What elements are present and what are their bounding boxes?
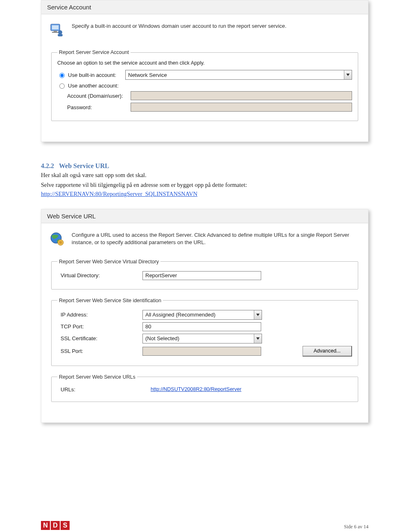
account-field-label: Account (Domain\user): (67, 93, 131, 99)
group-legend: Report Server Service Account (57, 49, 131, 55)
ssl-certificate-dropdown[interactable]: (Not Selected) (142, 334, 262, 343)
tcp-port-label: TCP Port: (61, 323, 142, 330)
logo-letter: N (41, 521, 50, 530)
svg-marker-11 (256, 337, 260, 340)
doc-paragraph-1: Her skal alt også være satt opp som det … (41, 171, 368, 180)
group-legend: Report Server Web Service Virtual Direct… (57, 259, 160, 265)
svg-rect-2 (54, 31, 57, 32)
another-account-label: Use another account: (68, 83, 125, 89)
another-account-radio[interactable] (59, 83, 65, 89)
urls-label: URLs: (61, 386, 151, 393)
ssl-port-label: SSL Port: (61, 348, 142, 354)
panel-title: Web Service URL (41, 209, 368, 223)
panel-intro-text: Specify a built-in account or Windows do… (72, 22, 287, 30)
panel-intro-text: Configure a URL used to access the Repor… (72, 231, 360, 246)
svg-rect-1 (52, 25, 59, 29)
ip-address-value: All Assigned (Recommended) (143, 312, 254, 318)
section-number: 4.2.2 (41, 162, 54, 169)
password-field-label: Password: (67, 104, 131, 110)
virtual-directory-group: Report Server Web Service Virtual Direct… (51, 259, 358, 290)
chevron-down-icon[interactable] (254, 310, 262, 319)
site-identification-group: Report Server Web Service Site identific… (51, 298, 358, 366)
web-service-url-panel: Web Service URL Configure a URL used to … (41, 209, 368, 422)
chevron-down-icon[interactable] (344, 70, 352, 79)
ssl-certificate-value: (Not Selected) (143, 335, 254, 341)
builtin-account-value: Network Service (126, 72, 344, 78)
logo-letter: S (61, 521, 70, 530)
builtin-account-dropdown[interactable]: Network Service (125, 70, 352, 80)
ip-address-dropdown[interactable]: All Assigned (Recommended) (142, 310, 262, 320)
ip-address-label: IP Address: (61, 312, 142, 318)
urls-group: Report Server Web Service URLs URLs: htt… (51, 374, 358, 402)
svg-rect-3 (52, 32, 59, 33)
svg-rect-5 (58, 34, 63, 36)
service-account-group: Report Server Service Account Choose an … (51, 49, 358, 121)
svg-marker-6 (346, 74, 350, 76)
service-account-panel: Service Account Specify a built-in accou… (41, 0, 368, 142)
advanced-button[interactable]: Advanced... (303, 346, 352, 357)
tcp-port-input[interactable]: 80 (142, 322, 261, 331)
account-input[interactable] (131, 91, 352, 100)
builtin-account-radio[interactable] (59, 73, 65, 78)
ssl-port-input[interactable] (142, 347, 261, 356)
report-server-url-link[interactable]: http://NDSUTV2008R2:80/ReportServer (151, 386, 242, 392)
ssl-certificate-label: SSL Certificate: (61, 335, 142, 341)
group-legend: Report Server Web Service URLs (57, 374, 137, 380)
page-number: Side 6 av 14 (344, 524, 368, 530)
computer-user-icon (50, 22, 64, 37)
panel-title: Service Account (41, 0, 368, 14)
doc-url-link[interactable]: http://SERVERNAVN:80/ReportingServer_SQL… (41, 191, 197, 198)
svg-marker-10 (256, 314, 260, 316)
group-legend: Report Server Web Service Site identific… (57, 298, 163, 303)
virtual-directory-input[interactable]: ReportServer (142, 271, 261, 280)
group-desc: Choose an option to set the service acco… (57, 60, 352, 66)
chevron-down-icon[interactable] (254, 334, 262, 343)
section-heading: 4.2.2Web Service URL (41, 162, 368, 170)
svg-rect-9 (59, 241, 62, 244)
password-input[interactable] (131, 103, 352, 112)
svg-point-4 (58, 30, 62, 34)
builtin-account-label: Use built-in account: (68, 72, 125, 78)
globe-icon (50, 231, 64, 246)
logo-letter: D (51, 521, 60, 530)
nds-logo: N D S (41, 521, 70, 530)
section-title: Web Service URL (59, 162, 109, 169)
virtual-directory-label: Virtual Directory: (61, 272, 142, 278)
doc-paragraph-2: Selve rapportene vil bli tilgjengelig på… (41, 181, 368, 189)
